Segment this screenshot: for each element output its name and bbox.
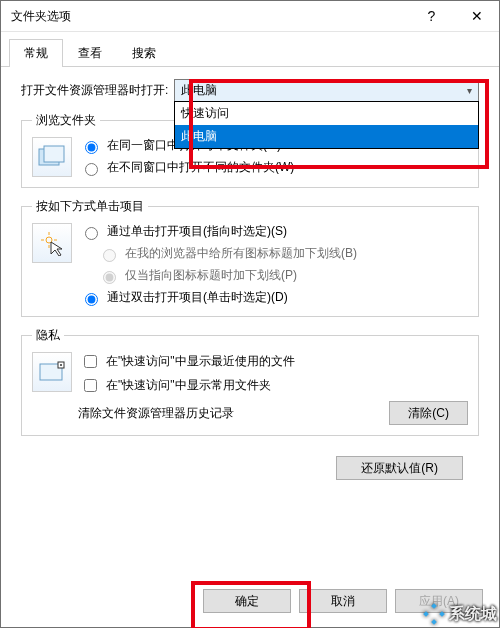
tab-search[interactable]: 搜索 <box>117 39 171 67</box>
check-frequent-folders[interactable]: 在"快速访问"中显示常用文件夹 <box>80 376 295 395</box>
window-title: 文件夹选项 <box>11 8 409 25</box>
browse-icon <box>32 137 72 177</box>
open-explorer-dropdown-wrap: 此电脑 ▾ 快速访问 此电脑 <box>174 79 479 102</box>
combo-option-this-pc[interactable]: 此电脑 <box>175 125 478 148</box>
radio-diff-window-label: 在不同窗口中打开不同的文件夹(W) <box>107 159 294 176</box>
restore-defaults-button[interactable]: 还原默认值(R) <box>336 456 463 480</box>
privacy-icon <box>32 352 72 392</box>
privacy-group: 隐私 在"快速访问"中显示最近使用的文件 在"快速访问"中显示常用文件夹 <box>21 327 479 436</box>
ok-button[interactable]: 确定 <box>203 589 291 613</box>
check-frequent-folders-input[interactable] <box>84 379 97 392</box>
chevron-down-icon: ▾ <box>467 85 472 96</box>
tab-strip: 常规 查看 搜索 <box>1 32 499 67</box>
radio-double-click[interactable]: 通过双击打开项目(单击时选定)(D) <box>80 289 357 306</box>
radio-double-click-input[interactable] <box>85 293 98 306</box>
open-explorer-label: 打开文件资源管理器时打开: <box>21 82 168 99</box>
radio-single-click-input[interactable] <box>85 227 98 240</box>
svg-rect-1 <box>44 146 64 162</box>
open-explorer-combo[interactable]: 此电脑 ▾ <box>174 79 479 102</box>
radio-underline-all: 在我的浏览器中给所有图标标题加下划线(B) <box>98 245 357 262</box>
clear-button[interactable]: 清除(C) <box>389 401 468 425</box>
radio-single-click[interactable]: 通过单击打开项目(指向时选定)(S) <box>80 223 357 240</box>
click-icon <box>32 223 72 263</box>
tab-content: 打开文件资源管理器时打开: 此电脑 ▾ 快速访问 此电脑 浏览文件夹 <box>1 67 499 589</box>
tab-general[interactable]: 常规 <box>9 39 63 67</box>
check-frequent-folders-label: 在"快速访问"中显示常用文件夹 <box>106 377 271 394</box>
open-explorer-row: 打开文件资源管理器时打开: 此电脑 ▾ 快速访问 此电脑 <box>21 79 479 102</box>
radio-same-window-input[interactable] <box>85 141 98 154</box>
tab-view[interactable]: 查看 <box>63 39 117 67</box>
radio-underline-point: 仅当指向图标标题时加下划线(P) <box>98 267 357 284</box>
radio-underline-point-input <box>103 271 116 284</box>
click-items-group: 按如下方式单击项目 通过单击打开项目(指向时选定)(S) 在我的浏览器中给所有图… <box>21 198 479 317</box>
clear-history-label: 清除文件资源管理器历史记录 <box>78 405 234 422</box>
check-recent-files[interactable]: 在"快速访问"中显示最近使用的文件 <box>80 352 295 371</box>
help-button[interactable]: ? <box>409 1 454 31</box>
titlebar: 文件夹选项 ? ✕ <box>1 1 499 32</box>
combo-dropdown-list: 快速访问 此电脑 <box>174 101 479 149</box>
browse-folders-legend: 浏览文件夹 <box>32 112 100 129</box>
check-recent-files-input[interactable] <box>84 355 97 368</box>
radio-diff-window[interactable]: 在不同窗口中打开不同的文件夹(W) <box>80 159 294 176</box>
folder-options-window: 文件夹选项 ? ✕ 常规 查看 搜索 打开文件资源管理器时打开: 此电脑 ▾ 快… <box>0 0 500 628</box>
radio-diff-window-input[interactable] <box>85 163 98 176</box>
footer: 还原默认值(R) <box>21 446 479 494</box>
radio-underline-all-label: 在我的浏览器中给所有图标标题加下划线(B) <box>125 245 357 262</box>
combo-selected: 此电脑 <box>181 82 217 99</box>
click-items-legend: 按如下方式单击项目 <box>32 198 148 215</box>
radio-single-click-label: 通过单击打开项目(指向时选定)(S) <box>107 223 287 240</box>
dialog-buttons: 确定 取消 应用(A) <box>1 589 499 627</box>
radio-underline-all-input <box>103 249 116 262</box>
combo-option-quick-access[interactable]: 快速访问 <box>175 102 478 125</box>
check-recent-files-label: 在"快速访问"中显示最近使用的文件 <box>106 353 295 370</box>
privacy-legend: 隐私 <box>32 327 64 344</box>
apply-button[interactable]: 应用(A) <box>395 589 483 613</box>
radio-double-click-label: 通过双击打开项目(单击时选定)(D) <box>107 289 288 306</box>
close-button[interactable]: ✕ <box>454 1 499 31</box>
radio-underline-point-label: 仅当指向图标标题时加下划线(P) <box>125 267 297 284</box>
cancel-button[interactable]: 取消 <box>299 589 387 613</box>
